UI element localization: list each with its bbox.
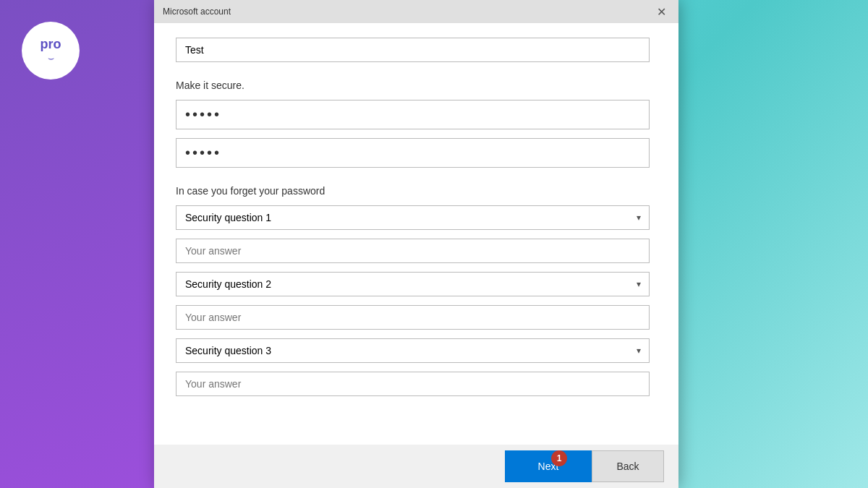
password-input[interactable] — [176, 100, 650, 129]
answer-3-input[interactable] — [176, 372, 650, 396]
security-question-2-wrapper: Security question 2 ▾ — [176, 272, 650, 296]
answer-2-input[interactable] — [176, 305, 650, 330]
microsoft-account-dialog: Microsoft account ✕ Make it secure. In c… — [154, 0, 678, 488]
password-field-group — [176, 100, 650, 129]
security-question-2-select[interactable]: Security question 2 — [176, 272, 650, 296]
confirm-password-input[interactable] — [176, 138, 650, 168]
scrollable-form[interactable]: Make it secure. In case you forget your … — [176, 38, 657, 430]
security-question-3-select[interactable]: Security question 3 — [176, 338, 650, 363]
back-button[interactable]: Back — [592, 450, 664, 482]
security-question-3-group: Security question 3 ▾ — [176, 338, 650, 363]
answer-1-group — [176, 239, 650, 263]
security-question-1-select[interactable]: Security question 1 — [176, 205, 650, 230]
name-input[interactable] — [176, 38, 650, 62]
forget-password-label: In case you forget your password — [176, 185, 650, 197]
dialog-title: Microsoft account — [163, 7, 231, 17]
notification-badge: 1 — [551, 450, 567, 466]
background-left: pro ⌣ — [0, 0, 159, 488]
pro-logo-text: pro — [41, 38, 61, 51]
forget-password-label-group: In case you forget your password — [176, 185, 650, 197]
security-question-3-wrapper: Security question 3 ▾ — [176, 338, 650, 363]
title-bar: Microsoft account ✕ — [154, 0, 678, 23]
confirm-password-field-group — [176, 138, 650, 168]
pro-logo: pro ⌣ — [22, 22, 80, 80]
name-field-group — [176, 38, 650, 62]
next-button[interactable]: Next — [505, 450, 592, 482]
bottom-bar: 1 Next Back — [154, 445, 678, 488]
answer-3-group — [176, 372, 650, 396]
answer-2-group — [176, 305, 650, 330]
security-question-1-wrapper: Security question 1 ▾ — [176, 205, 650, 230]
security-question-2-group: Security question 2 ▾ — [176, 272, 650, 296]
answer-1-input[interactable] — [176, 239, 650, 263]
make-secure-label-group: Make it secure. — [176, 80, 650, 91]
make-secure-label: Make it secure. — [176, 80, 650, 91]
pro-logo-smile: ⌣ — [48, 52, 54, 64]
dialog-content: Make it secure. In case you forget your … — [154, 23, 678, 445]
close-button[interactable]: ✕ — [652, 3, 670, 20]
security-question-1-group: Security question 1 ▾ — [176, 205, 650, 230]
